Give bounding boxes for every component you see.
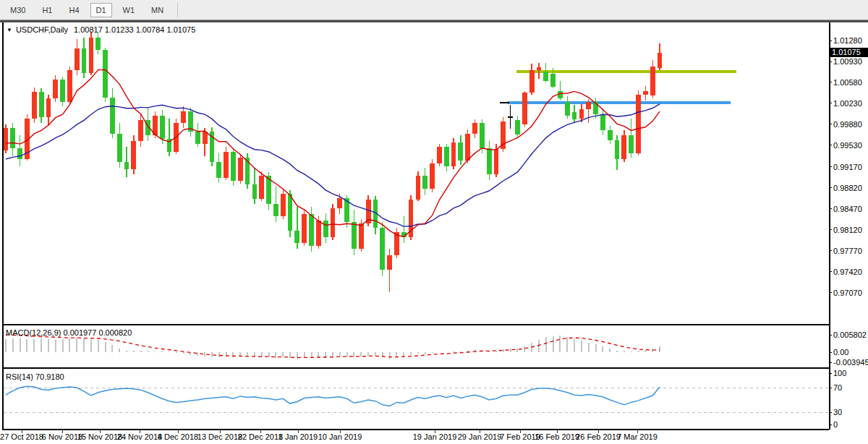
candle-body [537,67,542,70]
rsi-tick-mark [829,388,832,388]
price-tick-mark [829,166,832,167]
candle-body [494,149,499,174]
candle-body [337,198,342,208]
candle-body [89,38,94,73]
price-tick-mark [829,292,832,293]
candle-body [422,176,427,189]
price-tick-mark [829,40,832,41]
price-tick-mark [829,229,832,230]
macd-axis-label: -0.003945 [833,358,868,367]
candle-body [643,91,648,95]
panel-separator[interactable] [2,367,829,369]
candle-body [565,102,570,116]
candle-body [294,231,299,243]
candle-body [608,130,613,140]
candle-body [409,200,414,236]
panel-separator [2,429,829,430]
rsi-tick-mark [829,412,832,413]
price-axis-label: 0.98820 [833,184,862,192]
panel-separator[interactable] [2,324,829,325]
candle-body [543,72,548,80]
price-axis-label: 1.01280 [833,36,862,45]
price-tick-mark [829,145,832,145]
candle-body [32,92,37,118]
candle-body [593,102,598,114]
timeframe-button-h1[interactable]: H1 [36,3,58,17]
candle-body [650,67,655,95]
timeframe-button-d1[interactable]: D1 [90,3,112,17]
macd-axis-label: 0.005802 [833,330,867,339]
candle-body [160,116,165,138]
candle-body [465,134,470,160]
price-axis-label: 1.00580 [833,78,862,87]
main-price-chart[interactable] [0,22,829,324]
timeframe-button-m30[interactable]: M30 [4,3,31,17]
price-tick-mark [829,187,832,188]
candle-body [515,120,520,135]
symbol-dropdown-icon[interactable]: ▼ [7,27,12,33]
candle-body [110,98,115,135]
macd-axis-label: 0.00 [833,348,848,357]
candle-body [600,114,605,130]
macd-tick-mark [829,335,832,336]
candle-body [487,148,492,174]
candle-body [181,111,186,124]
price-axis-label: 0.98470 [833,205,862,213]
candle-body [458,142,463,161]
current-price-badge: 1.01075 [830,48,868,57]
rsi-axis-label: 70 [833,383,842,392]
price-axis-label: 0.98120 [833,226,862,234]
candle-body [259,176,264,198]
candle-body [636,95,641,153]
price-axis-label: 0.97070 [833,289,862,297]
rsi-axis-label: 0 [833,420,838,429]
price-axis-label: 0.99170 [833,163,862,171]
candle-body [39,92,44,117]
candle-body [579,109,584,118]
candle-body [4,128,9,150]
candle-body [82,48,87,73]
candle-body [323,221,328,237]
candle-body [572,112,577,119]
timeframe-button-h4[interactable]: H4 [63,3,85,17]
candle-body [480,123,485,148]
macd-tick-mark [829,362,832,363]
candle-body [302,214,307,243]
candle-body [316,221,321,247]
candle-body [195,132,200,144]
candle-body [309,214,314,246]
candle-body [444,147,449,166]
candle-body [46,98,51,117]
price-tick-mark [829,124,832,124]
candle-body [117,134,122,162]
candle-body [359,223,364,249]
candle-body [17,148,22,159]
candle-body [658,53,663,68]
candle-body [103,50,108,97]
rsi-indicator-label: RSI(14) 70.9180 [6,372,64,381]
rsi-axis-label: 30 [833,408,842,417]
timeframe-toolbar: M30H1H4D1W1MN [0,0,868,20]
price-tick-mark [829,271,832,272]
candle-body [67,70,72,101]
candle-body [75,48,80,71]
macd-tick-mark [829,352,832,353]
chart-ohlc-values: 1.00817 1.01233 1.00784 1.01075 [74,25,195,34]
date-axis-label: 7 Mar 2019 [610,432,664,441]
price-axis-label: 0.97420 [833,268,862,276]
candle-body [529,70,535,93]
price-axis-border [829,22,830,430]
candle-body [252,184,258,199]
timeframe-button-w1[interactable]: W1 [117,3,141,17]
rsi-indicator-chart[interactable] [0,370,829,429]
toolbar-separator [177,3,178,17]
candle-body [60,80,65,102]
candle-body [380,228,385,270]
candle-body [288,194,293,231]
candle-body [10,128,15,148]
candle-body [472,123,477,134]
trading-platform-window: M30H1H4D1W1MN ▼USDCHF,Daily1.00817 1.012… [0,0,868,444]
candle-body [273,204,278,216]
timeframe-button-mn[interactable]: MN [145,3,169,17]
chart-symbol-label: USDCHF,Daily [16,25,68,34]
